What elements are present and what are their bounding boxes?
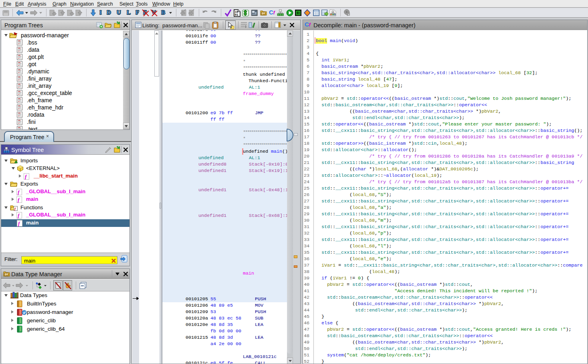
svg-text:01: 01	[235, 13, 238, 16]
svg-text:DT: DT	[262, 12, 265, 15]
